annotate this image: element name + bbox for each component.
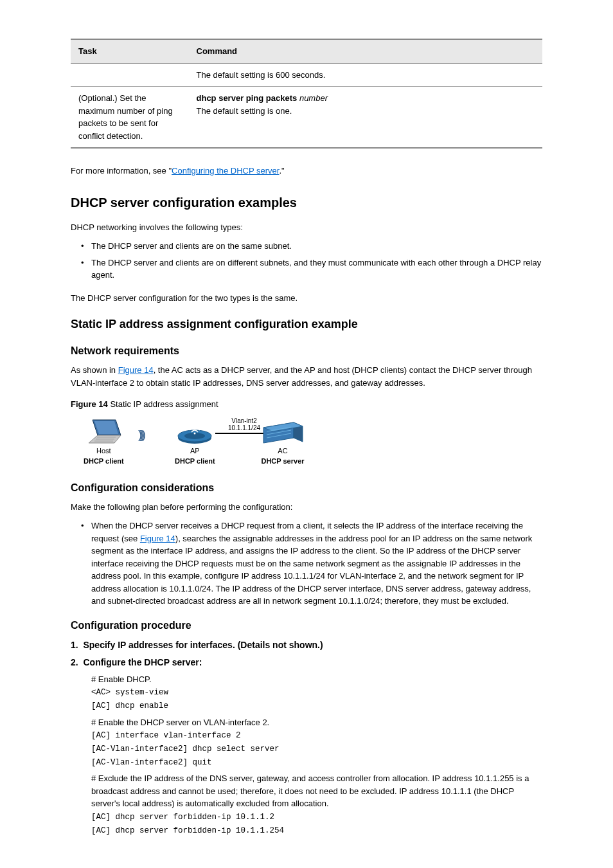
para-considerations-intro: Make the following plan before performin… <box>71 501 542 514</box>
cmd-line: [AC] dhcp enable <box>91 700 542 712</box>
link-config-dhcp-server[interactable]: Configuring the DHCP server <box>172 166 279 176</box>
ap-icon <box>175 419 214 444</box>
command-block: # Enable DHCP. <AC> system-view [AC] dhc… <box>91 673 542 837</box>
see-more-para: For more information, see "Configuring t… <box>71 165 542 177</box>
para-networking-types: DHCP networking involves the following t… <box>71 221 542 234</box>
network-diagram: Host DHCP client )))) AP DHCP client Vla… <box>71 419 302 469</box>
list-item: The DHCP server and clients are on the s… <box>71 240 542 253</box>
list-item: The DHCP server and clients are on diffe… <box>71 257 542 282</box>
link-figure-14[interactable]: Figure 14 <box>118 365 154 375</box>
cmd-line: [AC] dhcp server forbidden-ip 10.1.1.2 <box>91 811 542 824</box>
th-command: Command <box>189 39 543 63</box>
cmd-caption: # Exclude the IP address of the DNS serv… <box>91 772 542 810</box>
cmd-line: [AC] dhcp server forbidden-ip 10.1.1.254 <box>91 825 542 837</box>
heading-network-req: Network requirements <box>71 343 542 359</box>
th-task: Task <box>71 39 189 63</box>
para-same-config: The DHCP server configuration for the tw… <box>71 292 542 305</box>
laptop-icon <box>85 419 122 444</box>
cell-command: dhcp server ping packets numberThe defau… <box>189 87 543 149</box>
task-command-table: Task Command The default setting is 600 … <box>71 39 542 149</box>
heading-examples: DHCP server configuration examples <box>71 193 542 212</box>
wifi-icon: )))) <box>138 426 143 444</box>
device-label: AP <box>175 446 215 457</box>
type-list: The DHCP server and clients are on the s… <box>71 240 542 282</box>
cmd-caption: # Enable DHCP. <box>91 673 542 686</box>
cell-command: The default setting is 600 seconds. <box>189 63 543 87</box>
heading-considerations: Configuration considerations <box>71 480 542 496</box>
device-label: AC <box>260 446 305 457</box>
cmd-line: [AC] interface vlan-interface 2 <box>91 730 542 742</box>
ac-icon <box>260 419 305 444</box>
figure-caption: Figure 14 Static IP address assignment <box>71 398 542 411</box>
cmd-line: <AC> system-view <box>91 687 542 699</box>
cmd-line: [AC-Vlan-interface2] dhcp select server <box>91 743 542 755</box>
cmd-line: [AC-Vlan-interface2] quit <box>91 757 542 769</box>
cell-task <box>71 63 189 87</box>
device-role: DHCP server <box>260 456 305 467</box>
cell-task: (Optional.) Set the maximum number of pi… <box>71 87 189 149</box>
list-item: When the DHCP server receives a DHCP req… <box>71 520 542 608</box>
svg-point-9 <box>194 432 196 434</box>
connection-line <box>215 433 264 434</box>
step-2: 2. Configure the DHCP server: <box>71 656 542 669</box>
table-row: The default setting is 600 seconds. <box>71 63 542 87</box>
para-network-req: As shown in Figure 14, the AC acts as a … <box>71 364 542 389</box>
link-figure-14-b[interactable]: Figure 14 <box>140 534 175 543</box>
device-ap: AP DHCP client <box>175 419 215 467</box>
figure-title: Static IP address assignment <box>110 399 218 409</box>
device-label: Host <box>84 446 124 457</box>
device-host: Host DHCP client <box>84 419 124 467</box>
heading-procedure: Configuration procedure <box>71 618 542 633</box>
considerations-list: When the DHCP server receives a DHCP req… <box>71 520 542 608</box>
device-role: DHCP client <box>84 456 124 467</box>
device-role: DHCP client <box>175 456 215 467</box>
step-1: 1. Specify IP addresses for interfaces. … <box>71 638 542 652</box>
device-ac: AC DHCP server <box>260 419 305 467</box>
table-row: (Optional.) Set the maximum number of pi… <box>71 87 542 149</box>
cmd-caption: # Enable the DHCP server on VLAN-interfa… <box>91 716 542 729</box>
heading-static-example: Static IP address assignment configurati… <box>71 316 542 333</box>
